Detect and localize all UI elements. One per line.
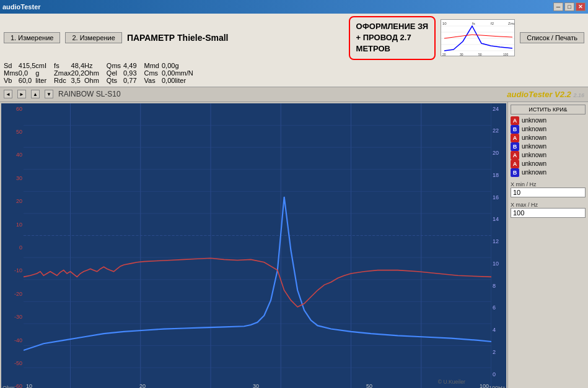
qel-value: 0,93 — [123, 69, 144, 77]
ch-b-badge: B — [511, 168, 519, 177]
mms-value: 0,0 — [19, 69, 36, 77]
params-row: Sd 415,5 cmI fs 48,4 Hz Qms 4,49 Mmd 0,0… — [4, 62, 584, 84]
x-unit-right: 100Hz — [489, 385, 505, 388]
ch-a-badge: A — [511, 116, 519, 125]
ch5-label: unknown — [522, 152, 546, 158]
y-axis-right: 24 22 20 18 16 14 12 10 8 6 4 2 0 — [491, 103, 506, 380]
right-sidebar: ИСТИТЬ КРИ& A unknown B unknown A unknow… — [507, 102, 588, 388]
list-item: B unknown — [511, 125, 586, 134]
close-button[interactable]: ✕ — [576, 2, 586, 11]
annotation-line2: + ПРОВОД 2.7 — [356, 33, 411, 42]
vas-unit: liter — [175, 77, 193, 84]
ch-a-badge: A — [511, 151, 519, 160]
mmd-value: 0,00 — [162, 62, 175, 69]
list-item: A unknown — [511, 151, 586, 160]
zmax-unit: Ohm — [84, 69, 107, 77]
ch7-label: unknown — [522, 169, 546, 176]
ch2-label: unknown — [522, 126, 546, 132]
chart-container: 60 50 40 30 20 10 0 -10 -20 -30 -40 -50 … — [1, 103, 506, 388]
xmax-label: X max / Hz — [511, 202, 586, 208]
vas-value: 0,00 — [162, 77, 175, 84]
xmin-input[interactable] — [511, 188, 586, 197]
cms-value: 0,00 — [162, 69, 175, 77]
svg-text:fs: fs — [472, 22, 475, 25]
list-item: A unknown — [511, 134, 586, 142]
ch-a-badge: A — [511, 134, 519, 142]
vb-unit: liter — [35, 77, 54, 84]
list-print-button[interactable]: Список / Печать — [520, 32, 584, 43]
measure2-button[interactable]: 2. Измерение — [65, 32, 121, 43]
nav-right-button[interactable]: ► — [17, 90, 26, 98]
param-title: ПАРАМЕТР Thiele-Small — [127, 33, 331, 43]
maximize-button[interactable]: □ — [564, 2, 574, 11]
ch3-label: unknown — [522, 134, 546, 141]
minimize-button[interactable]: ─ — [553, 2, 563, 11]
cms-unit: mm/N — [175, 69, 193, 77]
list-item: B unknown — [511, 142, 586, 151]
xmin-label: X min / Hz — [511, 181, 586, 188]
chart-svg: © U.Kueiler — [24, 103, 491, 388]
xmin-section: X min / Hz — [511, 181, 586, 197]
x-axis: 10 20 30 50 100 — [24, 380, 491, 388]
nav-down-button[interactable]: ▼ — [45, 90, 53, 98]
annotation-line1: ОФОРМЛЕНИЕ ЗЯ — [356, 22, 429, 31]
channel-list: A unknown B unknown A unknown B unknown … — [511, 116, 586, 177]
audio-tester-label: audioTester V2.2 2.16 — [507, 90, 584, 99]
zmax-value: 20,2 — [71, 69, 84, 77]
list-item: A unknown — [511, 116, 586, 125]
fs-value: 48,4 — [71, 62, 84, 69]
ch-b-badge: B — [511, 125, 519, 134]
annotation-line3: МЕТРОВ — [356, 44, 390, 53]
main-area: 60 50 40 30 20 10 0 -10 -20 -30 -40 -50 … — [0, 102, 588, 388]
ch-b-badge: B — [511, 142, 519, 151]
annotation-box: ОФОРМЛЕНИЕ ЗЯ + ПРОВОД 2.7 МЕТРОВ — [349, 16, 436, 60]
rdc-unit: Ohm — [84, 77, 107, 84]
y-axis-left: 60 50 40 30 20 10 0 -10 -20 -30 -40 -50 … — [1, 103, 24, 388]
clear-button[interactable]: ИСТИТЬ КРИ& — [511, 105, 586, 114]
qts-value: 0,77 — [123, 77, 144, 84]
ch6-label: unknown — [522, 160, 546, 167]
titlebar-controls: ─ □ ✕ — [553, 2, 586, 11]
xmax-section: X max / Hz — [511, 202, 586, 218]
mini-chart: 10 fs f2 Zmax 20 30 50 100 — [441, 19, 515, 56]
top-row1: 1. Измерение 2. Измерение ПАРАМЕТР Thiel… — [4, 16, 584, 60]
mmd-unit: g — [175, 62, 193, 69]
qms-value: 4,49 — [123, 62, 144, 69]
second-row: ◄ ► ▲ ▼ RAINBOW SL-S10 audioTester V2.2 … — [0, 87, 588, 102]
svg-text:Zmax: Zmax — [508, 22, 515, 25]
nav-up-button[interactable]: ▲ — [31, 90, 40, 98]
ch4-label: unknown — [522, 143, 546, 150]
list-item: B unknown — [511, 168, 586, 177]
sd-unit: cmI — [35, 62, 54, 69]
vb-value: 60,0 — [19, 77, 36, 84]
svg-text:30: 30 — [460, 53, 463, 56]
svg-text:10: 10 — [442, 22, 447, 25]
xmax-input[interactable] — [511, 208, 586, 218]
svg-text:100: 100 — [503, 53, 509, 56]
nav-left-button[interactable]: ◄ — [4, 90, 12, 98]
svg-text:20: 20 — [442, 53, 446, 56]
titlebar: audioTester ─ □ ✕ — [0, 0, 588, 14]
svg-text:f2: f2 — [491, 22, 494, 25]
mms-unit: g — [35, 69, 54, 77]
rdc-value: 3,5 — [71, 77, 84, 84]
top-panel: 1. Измерение 2. Измерение ПАРАМЕТР Thiel… — [0, 14, 588, 87]
list-item: A unknown — [511, 160, 586, 168]
sd-value: 415,5 — [19, 62, 36, 69]
ch-a-badge: A — [511, 160, 519, 168]
measure1-button[interactable]: 1. Измерение — [4, 32, 60, 43]
chart-title: RAINBOW SL-S10 — [58, 90, 502, 98]
fs-unit: Hz — [84, 62, 107, 69]
titlebar-title: audioTester — [2, 3, 41, 11]
svg-text:50: 50 — [478, 53, 482, 56]
ch1-label: unknown — [522, 117, 546, 124]
